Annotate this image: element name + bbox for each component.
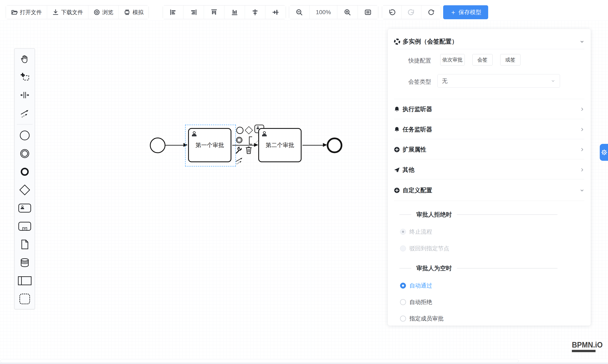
database-icon — [20, 258, 30, 267]
section-label: 自定义配置 — [403, 186, 432, 194]
task-label: 第二个审批 — [266, 141, 294, 149]
save-model-label: 保存模型 — [459, 8, 481, 16]
select-value: 无 — [442, 77, 448, 85]
append-end-event-button[interactable] — [236, 127, 243, 134]
group-icon — [19, 294, 30, 304]
radio-assign-member[interactable]: 指定成员审批 — [400, 314, 444, 323]
create-participant-pool[interactable] — [18, 275, 32, 286]
create-user-task[interactable] — [18, 203, 32, 214]
align-bottom-button[interactable] — [225, 5, 245, 19]
chevron-down-icon — [579, 39, 585, 44]
section-extended-properties[interactable]: 扩展属性 — [388, 141, 591, 158]
open-file-button[interactable]: 打开文件 — [6, 5, 47, 19]
undo-button[interactable] — [382, 5, 402, 19]
or-sign-button[interactable]: 或签 — [500, 54, 520, 65]
create-intermediate-event[interactable] — [18, 148, 32, 159]
global-connect-tool[interactable] — [18, 108, 32, 119]
sequence-flow-1[interactable] — [165, 145, 184, 145]
scrollbar-thumb[interactable] — [0, 359, 519, 363]
task-node-2[interactable]: 第二个审批 — [258, 128, 302, 162]
radio-auto-pass[interactable]: 自动通过 — [400, 281, 432, 290]
empty-section-divider: 审批人为空时 — [399, 264, 562, 273]
radio-terminate-process[interactable]: 终止流程 — [400, 228, 432, 236]
align-top-icon — [211, 9, 218, 16]
create-group[interactable] — [18, 293, 32, 304]
create-end-event[interactable] — [18, 166, 32, 177]
zoom-out-button[interactable] — [289, 5, 310, 19]
simulate-button[interactable]: 模拟 — [119, 5, 149, 19]
hand-tool[interactable] — [18, 53, 32, 64]
arrowhead — [323, 143, 327, 147]
zoom-out-icon — [296, 9, 303, 16]
append-text-annotation-button[interactable] — [249, 136, 252, 144]
empty-section-title: 审批人为空时 — [416, 264, 452, 272]
create-start-event[interactable] — [18, 130, 32, 141]
section-label: 执行监听器 — [403, 105, 432, 113]
download-file-button[interactable]: 下载文件 — [47, 5, 88, 19]
task-node-1[interactable]: 第一个审批 — [188, 128, 231, 162]
hand-icon — [20, 54, 30, 64]
change-type-button[interactable] — [235, 146, 242, 155]
space-tool[interactable] — [18, 90, 32, 101]
browse-label: 浏览 — [102, 9, 113, 16]
bpmn-io-watermark[interactable]: BPMN.iO — [572, 340, 605, 352]
reset-button[interactable] — [421, 5, 441, 19]
element-palette — [14, 48, 35, 309]
align-right-button[interactable] — [184, 5, 204, 19]
sequence-flow-3[interactable] — [303, 145, 323, 145]
radio-return-to-node[interactable]: 驳回到指定节点 — [400, 244, 449, 253]
divider — [394, 99, 584, 99]
panel-header[interactable]: 多实例（会签配置） — [394, 35, 585, 48]
align-left-icon — [170, 9, 177, 16]
align-top-button[interactable] — [204, 5, 225, 19]
create-data-store[interactable] — [18, 257, 32, 268]
save-model-button[interactable]: ＋ 保存模型 — [443, 5, 488, 19]
start-event-icon — [20, 130, 30, 140]
download-icon — [52, 9, 59, 16]
append-gateway-button[interactable] — [245, 126, 253, 134]
end-event-icon — [21, 168, 29, 176]
radio-label: 自动通过 — [409, 282, 432, 289]
connect-tool-button[interactable] — [235, 156, 243, 166]
bell-icon — [394, 126, 400, 133]
browse-button[interactable]: 浏览 — [88, 5, 119, 19]
sequence-flow-2[interactable] — [232, 145, 254, 145]
multi-instance-icon — [394, 38, 400, 45]
redo-button[interactable] — [402, 5, 421, 19]
fit-viewport-button[interactable] — [358, 5, 378, 19]
align-right-icon — [190, 9, 197, 16]
create-subprocess[interactable] — [18, 221, 32, 232]
gateway-icon — [19, 185, 30, 195]
watermark-text: BPMN.iO — [572, 340, 603, 350]
align-center-vertical-icon — [272, 9, 279, 16]
lasso-icon — [20, 72, 30, 82]
horizontal-scrollbar[interactable] — [0, 359, 608, 364]
lasso-tool[interactable] — [18, 71, 32, 82]
top-toolbar: 打开文件 下载文件 浏览 模拟 — [0, 0, 608, 21]
pool-icon — [18, 276, 31, 285]
create-gateway[interactable] — [18, 184, 32, 195]
section-custom-config[interactable]: 自定义配置 — [388, 182, 591, 199]
space-tool-icon — [20, 90, 30, 100]
delete-button[interactable] — [245, 146, 253, 155]
align-center-horizontal-button[interactable] — [245, 5, 265, 19]
append-intermediate-event-button[interactable] — [236, 137, 242, 143]
start-event-node[interactable] — [150, 138, 165, 153]
user-icon — [261, 130, 267, 137]
end-event-node[interactable] — [327, 138, 342, 153]
align-center-vertical-button[interactable] — [265, 5, 286, 19]
chevron-down-icon — [551, 78, 555, 83]
radio-auto-reject[interactable]: 自动拒绝 — [400, 298, 432, 306]
align-left-button[interactable] — [163, 5, 184, 19]
sequential-approve-button[interactable]: 依次审批 — [440, 54, 465, 65]
zoom-in-button[interactable] — [337, 5, 358, 19]
create-data-object[interactable] — [18, 239, 32, 250]
countersign-button[interactable]: 会签 — [472, 54, 493, 65]
align-bottom-icon — [231, 9, 238, 16]
section-other[interactable]: 其他 — [388, 161, 591, 178]
countersign-type-select[interactable]: 无 — [437, 74, 560, 88]
settings-flyout-tab[interactable] — [600, 144, 608, 161]
gear-icon — [601, 149, 607, 156]
section-execution-listener[interactable]: 执行监听器 — [388, 101, 591, 118]
section-task-listener[interactable]: 任务监听器 — [388, 121, 591, 138]
